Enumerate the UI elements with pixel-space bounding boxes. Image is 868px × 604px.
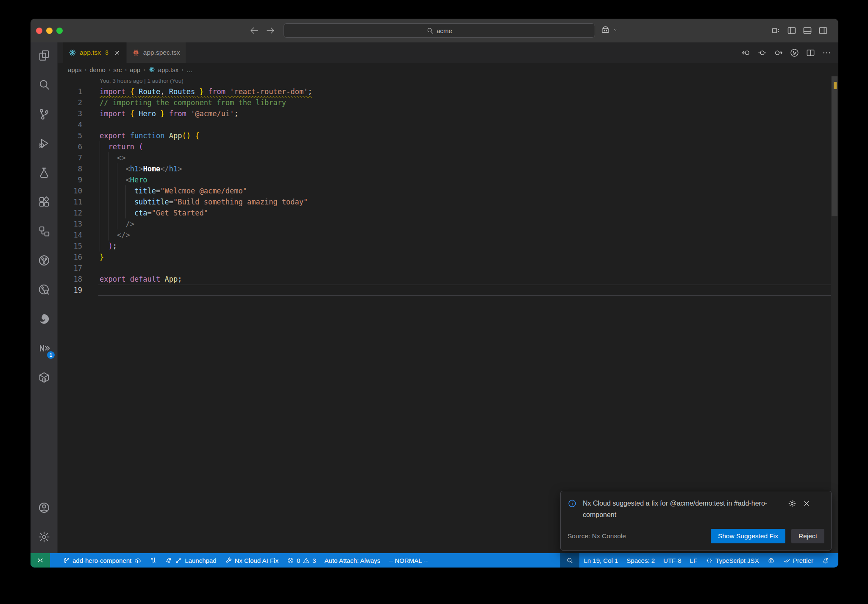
code-line-2[interactable]: 2// importing the component from the lib… [58,97,831,108]
code-line-4[interactable]: 4 [58,119,831,130]
commit-graph-status[interactable] [145,553,161,568]
breadcrumb-item[interactable]: demo [89,66,106,73]
copilot-status[interactable] [763,553,779,568]
scrollbar-thumb[interactable] [832,76,837,216]
gear-icon[interactable] [788,499,796,508]
line-number: 8 [58,163,82,174]
activity-bar-item-testing[interactable] [31,159,58,186]
activity-bar-item-accounts[interactable] [31,495,58,521]
indentation-status[interactable]: Spaces: 2 [622,553,659,568]
code-editor[interactable]: You, 3 hours ago | 1 author (You) 1impor… [58,76,838,553]
code-line-5[interactable]: 5export function App() { [58,130,831,141]
files-icon [38,49,50,62]
next-change-icon[interactable] [773,48,783,58]
activity-bar-item-containers[interactable] [31,364,58,391]
problems-status[interactable]: 03 [283,553,320,568]
activity-bar-item-settings[interactable] [31,524,58,550]
close-icon[interactable] [114,49,121,56]
activity-bar-item-gitlens[interactable] [31,247,58,274]
indent-guide [108,152,108,163]
encoding-status[interactable]: UTF-8 [659,553,686,568]
containers-icon [38,371,50,384]
code-line-1[interactable]: 1import { Route, Routes } from 'react-ro… [58,86,831,97]
code-line-8[interactable]: 8<h1>Home</h1> [58,163,831,174]
prev-change-icon[interactable] [741,48,751,58]
line-number: 15 [58,240,82,252]
activity-bar-item-run-debug[interactable] [31,130,58,157]
activity-bar-item-explorer[interactable] [31,42,58,69]
bell-dot-icon [822,557,829,564]
code-line-9[interactable]: 9<Hero [58,174,831,185]
activity-bar-item-edge-tools[interactable] [31,306,58,332]
breadcrumb-item[interactable]: apps [68,66,82,73]
cursor-position-status[interactable]: Ln 19, Col 1 [579,553,622,568]
breadcrumb-item[interactable]: app.tsx [158,66,178,73]
line-number: 16 [58,252,82,263]
indent-guide [125,207,126,218]
tab-app.tsx[interactable]: app.tsx3 [63,42,127,63]
code-text: </> [117,229,130,240]
close-window-button[interactable] [36,28,42,34]
code-line-11[interactable]: 11subtitle="Build something amazing toda… [58,196,831,207]
code-line-14[interactable]: 14</> [58,229,831,240]
code-line-7[interactable]: 7<> [58,152,831,163]
notification-toast: Nx Cloud suggested a fix for @acme/demo:… [560,491,832,551]
code-line-13[interactable]: 13/> [58,218,831,229]
formatter-status[interactable]: Prettier [779,553,818,568]
eol-status[interactable]: LF [686,553,702,568]
breadcrumb-item[interactable]: app [130,66,140,73]
code-line-19[interactable]: 19 [58,285,831,296]
toggle-panel-icon[interactable] [802,25,812,36]
maximize-window-button[interactable] [56,28,63,34]
change-icon[interactable] [757,48,767,58]
tab-app.spec.tsx[interactable]: app.spec.tsx [127,42,186,63]
activity-bar-item-nx-console[interactable]: 1 [31,335,58,361]
code-text: return ( [108,141,143,152]
code-line-10[interactable]: 10title="Welcmoe @acme/demo" [58,185,831,196]
git-branch-status[interactable]: add-hero-component [58,553,145,568]
auto-attach-status[interactable]: Auto Attach: Always [320,553,385,568]
activity-bar-item-gitlens-search[interactable] [31,277,58,303]
language-status[interactable]: TypeScript JSX [701,553,763,568]
gitlens-graph-circle-icon[interactable] [790,48,799,58]
scrollbar-track[interactable] [831,76,838,553]
code-line-16[interactable]: 16} [58,252,831,263]
activity-bar-item-project-structure[interactable] [31,218,58,244]
extensions-icon [38,196,50,208]
search-icon [38,78,50,91]
close-icon[interactable] [802,499,811,508]
customize-layout-icon[interactable] [771,25,781,36]
forward-icon[interactable] [265,25,275,36]
activity-bar-item-search[interactable] [31,72,58,98]
code-text: title="Welcmoe @acme/demo" [134,185,247,196]
code-line-3[interactable]: 3import { Hero } from '@acme/ui'; [58,108,831,119]
reject-button[interactable]: Reject [791,529,824,543]
toggle-secondary-sidebar-icon[interactable] [818,25,828,36]
split-editor-icon[interactable] [806,48,815,58]
toggle-primary-sidebar-icon[interactable] [787,25,797,36]
vim-mode-status[interactable]: -- NORMAL -- [384,553,432,568]
zoom-status[interactable] [560,553,579,568]
remote-indicator[interactable] [31,553,50,568]
source-control-icon [38,108,50,120]
status-label: LF [690,557,698,564]
code-line-17[interactable]: 17 [58,263,831,274]
command-center-search[interactable]: acme [284,23,595,38]
copilot-menu[interactable] [600,25,619,35]
back-icon[interactable] [249,25,259,36]
activity-bar-item-source-control[interactable] [31,101,58,127]
more-actions-icon[interactable] [822,48,832,58]
breadcrumb-item[interactable]: … [186,66,193,73]
breadcrumb-item[interactable]: src [113,66,122,73]
nx-cloud-ai-fix-status[interactable]: Nx Cloud AI Fix [221,553,283,568]
code-line-15[interactable]: 15); [58,240,831,252]
activity-bar-item-extensions[interactable] [31,189,58,215]
minimize-window-button[interactable] [46,28,53,34]
notifications-status[interactable] [818,553,833,568]
line-number: 7 [58,152,82,163]
code-line-12[interactable]: 12cta="Get Started" [58,207,831,218]
code-line-6[interactable]: 6return ( [58,141,831,152]
launchpad-status[interactable]: Launchpad [161,553,220,568]
code-line-18[interactable]: 18export default App; [58,274,831,285]
show-suggested-fix-button[interactable]: Show Suggested Fix [711,529,785,543]
